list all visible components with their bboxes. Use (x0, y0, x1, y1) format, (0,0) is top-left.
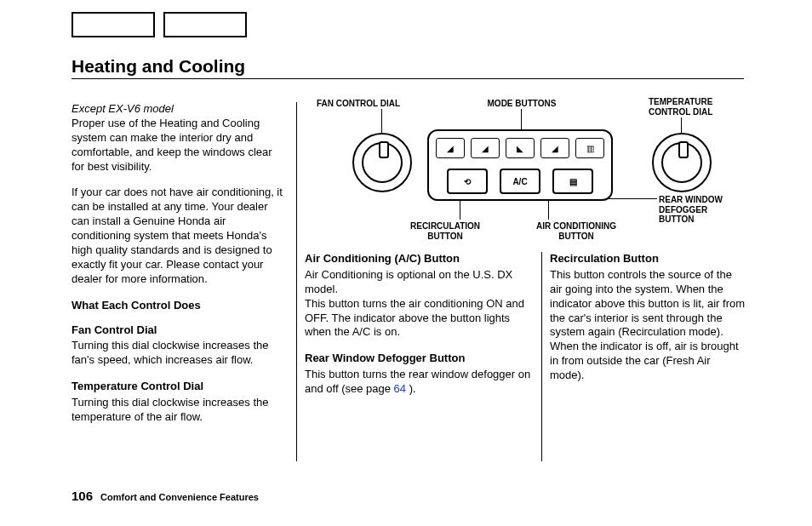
defogger-text-a: This button turns the rear window defogg… (305, 368, 530, 395)
column-separator-1 (296, 102, 297, 461)
fan-dial-heading: Fan Control Dial (71, 323, 286, 338)
recirc-heading: Recirculation Button (550, 252, 746, 266)
cap-rear: REAR WINDOW DEFOGGER BUTTON (659, 195, 744, 225)
column-separator-2 (541, 252, 542, 461)
nav-box-1[interactable] (71, 12, 155, 37)
page-number: 106 (71, 489, 93, 503)
temp-dial-text: Turning this dial clockwise increases th… (71, 396, 286, 425)
defogger-heading: Rear Window Defogger Button (305, 352, 533, 366)
fan-dial-icon (352, 133, 412, 192)
ac-button-icon: A/C (500, 169, 540, 194)
hvac-diagram: FAN CONTROL DIAL MODE BUTTONS TEMPERATUR… (305, 97, 747, 245)
leader-fan (381, 109, 382, 134)
footer-section: Comfort and Convenience Features (100, 492, 259, 502)
recirc-text: This button controls the source of the a… (550, 268, 746, 383)
column-3: Recirculation Button This button control… (550, 252, 746, 395)
leader-mode (521, 109, 522, 129)
recirc-button-icon: ⟲ (447, 169, 488, 194)
mode-button-3-icon: ◣ (506, 138, 535, 158)
mode-button-2-icon: ◢ (471, 138, 500, 158)
temp-dial-heading: Temperature Control Dial (71, 380, 286, 394)
fan-dial-text: Turning this dial clockwise increases th… (71, 339, 286, 368)
what-each-heading: What Each Control Does (71, 299, 286, 313)
intro-paragraph-1: Proper use of the Heating and Cooling sy… (71, 117, 286, 174)
ac-button-text-1: Air Conditioning is optional on the U.S.… (305, 268, 533, 297)
center-panel-icon: ◢ ◢ ◣ ◢ ▥ ⟲ A/C ▤ (427, 129, 613, 201)
rear-defog-button-icon: ▤ (552, 169, 593, 194)
cap-temp: TEMPERATURE CONTROL DIAL (649, 97, 742, 117)
column-1: Except EX-V6 model Proper use of the Hea… (71, 102, 286, 437)
mode-button-1-icon: ◢ (436, 138, 465, 158)
temp-dial-icon (652, 133, 712, 192)
cap-ac: AIR CONDITIONING BUTTON (521, 221, 632, 241)
page-ref-64[interactable]: 64 (394, 382, 406, 395)
nav-box-2[interactable] (163, 12, 247, 37)
page-title: Heating and Cooling (71, 54, 245, 77)
mode-button-5-icon: ▥ (575, 138, 604, 158)
cap-mode: MODE BUTTONS (475, 99, 569, 109)
ac-button-text-2: This button turns the air condi­tioning … (305, 297, 533, 340)
cap-fan: FAN CONTROL DIAL (317, 99, 419, 109)
cap-recirc: RECIRCULATION BUTTON (398, 221, 492, 241)
intro-paragraph-2: If your car does not have air conditioni… (71, 186, 286, 286)
ac-button-heading: Air Conditioning (A/C) Button (305, 252, 533, 266)
defogger-text: This button turns the rear window defogg… (305, 368, 533, 397)
column-2: Air Conditioning (A/C) Button Air Condit… (305, 252, 533, 409)
title-rule (71, 78, 744, 79)
nav-boxes (71, 12, 247, 37)
mode-button-4-icon: ◢ (540, 138, 569, 158)
page-footer: 106 Comfort and Convenience Features (71, 488, 259, 505)
defogger-text-b: ). (406, 382, 416, 395)
model-note: Except EX-V6 model (71, 102, 286, 117)
